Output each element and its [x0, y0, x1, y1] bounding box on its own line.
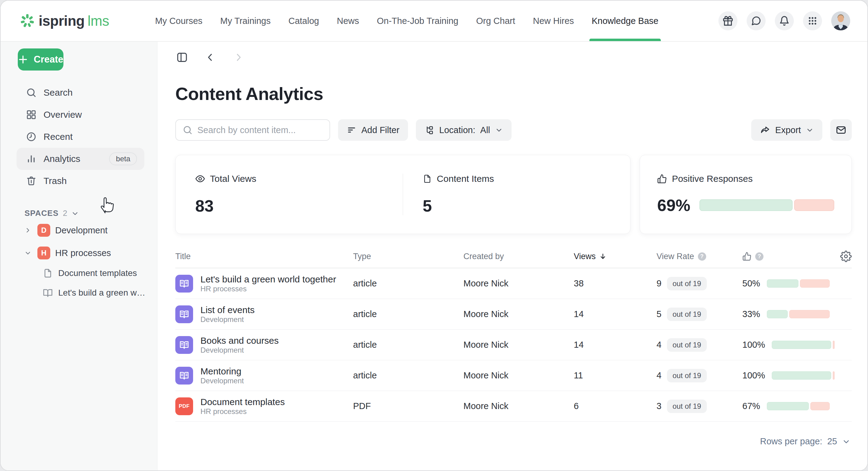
gift-button[interactable] — [718, 11, 738, 30]
help-icon[interactable]: ? — [755, 253, 764, 261]
row-percent-bar — [772, 341, 835, 349]
location-filter-button[interactable]: Location: All — [416, 119, 512, 141]
toggle-sidebar-button[interactable] — [175, 51, 189, 64]
table-row[interactable]: Books and courses Development article Mo… — [175, 330, 852, 360]
content-search[interactable] — [175, 119, 330, 141]
rows-per-page[interactable]: Rows per page: 25 — [175, 436, 852, 446]
apps-button[interactable] — [803, 11, 822, 30]
article-icon — [175, 367, 193, 385]
document-icon — [423, 174, 432, 183]
thumbs-up-icon — [742, 252, 751, 261]
space-development[interactable]: D Development — [1, 220, 157, 241]
sidebar-item-trash[interactable]: Trash — [17, 170, 144, 192]
column-created-by[interactable]: Created by — [463, 252, 574, 261]
row-percent: 67% — [742, 401, 760, 411]
nav-item-my-trainings[interactable]: My Trainings — [220, 1, 271, 41]
table-settings-button[interactable] — [835, 251, 852, 262]
sidebar-item-recent[interactable]: Recent — [17, 126, 144, 148]
row-created-by: Moore Nick — [463, 371, 574, 381]
row-views: 11 — [574, 371, 656, 381]
sidebar-item-overview[interactable]: Overview — [17, 104, 144, 126]
pdf-icon: PDF — [175, 398, 193, 415]
column-view-rate[interactable]: View Rate ? — [656, 252, 742, 261]
row-title: List of events — [200, 305, 255, 315]
sidebar-item-label: Analytics — [43, 154, 80, 164]
main-nav: My Courses My Trainings Catalog News On-… — [155, 1, 658, 41]
row-space: Development — [200, 377, 244, 385]
row-rate-count: 4 — [656, 371, 661, 381]
gift-icon — [723, 16, 733, 26]
search-input[interactable] — [197, 125, 323, 135]
export-button[interactable]: Export — [751, 119, 822, 141]
row-views: 6 — [574, 401, 656, 411]
sidebar-item-label: Overview — [43, 110, 82, 120]
row-percent: 100% — [742, 340, 765, 350]
bar-positive — [767, 279, 799, 288]
nav-item-catalog[interactable]: Catalog — [288, 1, 319, 41]
user-avatar[interactable] — [831, 11, 850, 30]
row-created-by: Moore Nick — [463, 309, 574, 319]
row-rate-count: 5 — [656, 309, 661, 319]
column-likes[interactable]: ? — [742, 252, 835, 261]
email-report-button[interactable] — [830, 119, 852, 141]
add-filter-button[interactable]: Add Filter — [338, 119, 408, 141]
total-views-value: 83 — [195, 196, 403, 215]
spaces-label: SPACES — [25, 208, 59, 218]
row-space: HR processes — [200, 285, 247, 293]
stats-row: Total Views 83 Content Items 5 — [175, 155, 852, 234]
positive-responses-card: Positive Responses 69% — [640, 155, 852, 234]
article-icon — [175, 336, 193, 354]
spaces-header[interactable]: SPACES 2 — [1, 208, 157, 218]
eye-icon — [195, 174, 205, 184]
row-created-by: Moore Nick — [463, 278, 574, 289]
create-button[interactable]: Create — [18, 49, 63, 70]
body: Create Search Overview — [1, 42, 867, 470]
forward-button[interactable] — [232, 51, 245, 64]
table-row[interactable]: PDF Document templates HR processes PDF … — [175, 391, 852, 422]
bar-negative — [800, 279, 830, 288]
rows-per-page-value: 25 — [827, 436, 837, 446]
table-row[interactable]: Let's build a green world together HR pr… — [175, 268, 852, 299]
row-title: Let's build a green world together — [200, 274, 336, 284]
sidebar-item-label: Search — [43, 87, 73, 98]
space-hr-processes[interactable]: H HR processes — [1, 242, 157, 263]
article-icon — [175, 275, 193, 293]
column-type[interactable]: Type — [353, 252, 463, 261]
space-avatar: D — [37, 224, 50, 237]
location-label: Location: — [439, 125, 475, 135]
nav-item-org-chart[interactable]: Org Chart — [476, 1, 515, 41]
table-row[interactable]: List of events Development article Moore… — [175, 299, 852, 330]
space-child-document-templates[interactable]: Document templates — [1, 263, 157, 283]
nav-item-news[interactable]: News — [337, 1, 359, 41]
column-title[interactable]: Title — [175, 252, 353, 261]
notifications-button[interactable] — [775, 11, 794, 30]
logo[interactable]: ispringlms — [20, 12, 109, 29]
create-button-label: Create — [34, 54, 63, 65]
row-rate-total: out of 19 — [667, 400, 707, 413]
help-icon[interactable]: ? — [698, 253, 706, 261]
row-views: 14 — [574, 309, 656, 319]
navigation-toolbar — [175, 50, 852, 64]
content-items-label: Content Items — [437, 174, 494, 184]
book-icon — [43, 288, 53, 298]
column-views[interactable]: Views — [574, 252, 656, 261]
nav-item-new-hires[interactable]: New Hires — [533, 1, 574, 41]
chevron-right-icon — [23, 227, 32, 234]
nav-item-knowledge-base[interactable]: Knowledge Base — [592, 1, 659, 41]
nav-item-my-courses[interactable]: My Courses — [155, 1, 203, 41]
sidebar-item-analytics[interactable]: Analytics beta — [17, 148, 144, 170]
table-row[interactable]: Mentoring Development article Moore Nick… — [175, 360, 852, 391]
row-title: Books and courses — [200, 335, 279, 346]
bell-icon — [779, 16, 789, 26]
search-icon — [183, 125, 192, 135]
chat-button[interactable] — [747, 11, 766, 30]
bar-negative — [810, 402, 830, 410]
row-rate-total: out of 19 — [667, 369, 707, 382]
back-button[interactable] — [204, 51, 217, 64]
row-space: Development — [200, 315, 244, 324]
sidebar-item-search[interactable]: Search — [17, 82, 144, 104]
file-icon — [43, 268, 53, 278]
nav-item-on-the-job-training[interactable]: On-The-Job Training — [377, 1, 458, 41]
space-child-lets-build[interactable]: Let's build a green w… — [1, 283, 157, 303]
analytics-bars-icon — [26, 153, 37, 164]
